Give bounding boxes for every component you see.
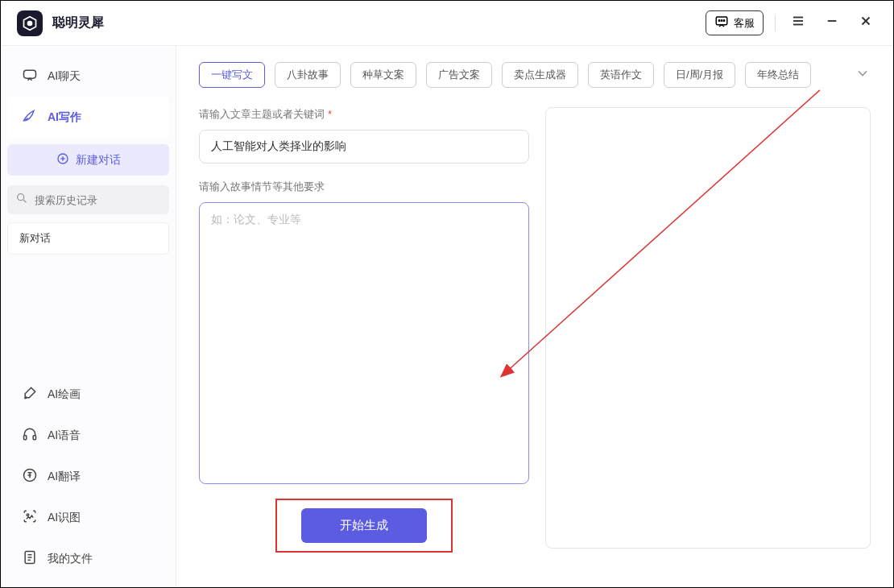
history-item[interactable]: 新对话 [7,222,169,255]
details-label: 请输入故事情节等其他要求 [199,180,529,194]
sidebar-item-label: AI语音 [48,429,81,443]
svg-rect-17 [24,436,27,440]
sidebar-item-ocr[interactable]: AI识图 [7,497,169,538]
headphones-icon [22,426,38,445]
chevron-down-icon [855,70,871,84]
sidebar: AI聊天 AI写作 新建对话 新对话 AI绘画 AI语音 [1,46,176,587]
pill-selling-point[interactable]: 卖点生成器 [502,62,578,88]
pill-year-end[interactable]: 年终总结 [745,62,811,88]
details-textarea-wrap [199,202,529,484]
app-logo [17,10,43,36]
sidebar-item-label: AI识图 [48,511,81,525]
image-scan-icon [22,508,38,527]
sidebar-item-paint[interactable]: AI绘画 [7,374,169,415]
close-icon [859,14,873,32]
svg-rect-11 [24,70,36,78]
template-pills: 一键写文 八卦故事 种草文案 广告文案 卖点生成器 英语作文 日/周/月报 年终… [199,62,871,88]
search-icon [15,192,28,208]
main-content: 一键写文 八卦故事 种草文案 广告文案 卖点生成器 英语作文 日/周/月报 年终… [176,46,893,587]
pill-ad[interactable]: 广告文案 [426,62,492,88]
app-title: 聪明灵犀 [52,14,104,31]
file-icon [22,549,38,568]
generate-button[interactable]: 开始生成 [301,508,427,543]
svg-point-4 [723,20,725,22]
svg-point-0 [28,21,32,25]
svg-point-3 [721,20,722,22]
pill-seeding[interactable]: 种草文案 [350,62,416,88]
details-textarea[interactable] [211,213,517,474]
chat-icon [22,67,38,85]
support-button[interactable]: 客服 [706,10,764,35]
search-input[interactable] [35,194,161,206]
pill-report[interactable]: 日/周/月报 [664,62,735,88]
divider [775,15,776,31]
new-chat-label: 新建对话 [76,153,121,168]
search-box[interactable] [7,185,169,214]
pill-gossip[interactable]: 八卦故事 [275,62,341,88]
sidebar-item-label: AI翻译 [48,470,81,484]
sidebar-item-write[interactable]: AI写作 [7,97,169,138]
sidebar-item-voice[interactable]: AI语音 [7,415,169,456]
pen-icon [22,108,38,126]
close-button[interactable] [855,12,877,35]
svg-line-16 [23,200,26,202]
pill-english[interactable]: 英语作文 [588,62,654,88]
minimize-button[interactable] [821,12,843,35]
translate-icon [22,467,38,486]
sidebar-item-label: AI绘画 [48,387,81,402]
pill-one-click[interactable]: 一键写文 [199,62,265,88]
output-panel [545,107,871,549]
hamburger-icon [791,14,805,32]
required-mark: * [328,108,332,120]
sidebar-item-chat[interactable]: AI聊天 [7,56,169,97]
svg-point-2 [718,20,720,22]
history-item-label: 新对话 [19,232,51,244]
sidebar-item-label: AI聊天 [48,69,81,84]
sidebar-item-label: AI写作 [48,110,81,125]
brush-icon [22,385,38,404]
svg-rect-18 [33,436,35,440]
new-chat-button[interactable]: 新建对话 [7,144,169,176]
topic-label: 请输入文章主题或者关键词* [199,107,529,122]
plus-circle-icon [56,152,69,168]
svg-point-20 [27,514,29,516]
support-label: 客服 [734,16,755,31]
sidebar-item-label: 我的文件 [48,552,93,566]
titlebar: 聪明灵犀 客服 [1,1,893,46]
expand-pills-button[interactable] [855,65,871,85]
sidebar-item-translate[interactable]: AI翻译 [7,456,169,497]
minimize-icon [825,14,839,32]
sidebar-item-files[interactable]: 我的文件 [7,538,169,579]
topic-input[interactable] [199,130,529,164]
chat-bubble-icon [714,14,729,31]
menu-button[interactable] [787,12,809,35]
generate-highlight-box: 开始生成 [275,499,453,553]
svg-point-15 [18,194,24,201]
